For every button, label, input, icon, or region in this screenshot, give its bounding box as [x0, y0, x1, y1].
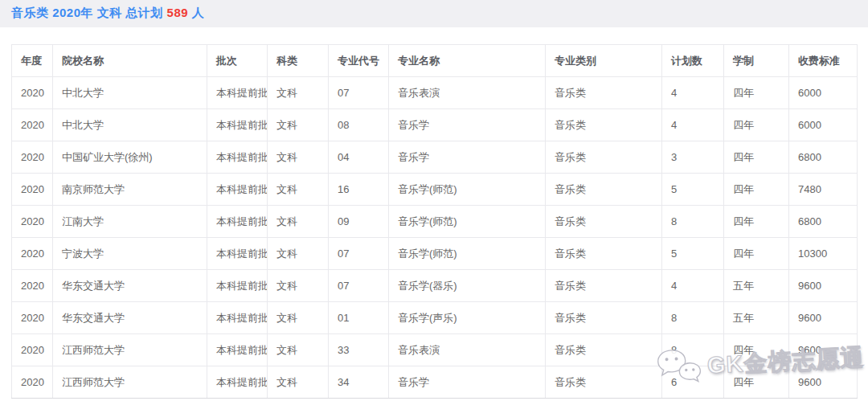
- table-row: 2020中北大学本科提前批文科07音乐表演音乐类4四年6000: [12, 77, 858, 109]
- table-cell: 四年: [724, 141, 789, 174]
- table-cell: 本科提前批: [207, 302, 268, 334]
- table-cell: 南京师范大学: [53, 174, 207, 206]
- table-row: 2020江西师范大学本科提前批文科34音乐学音乐类6四年9600: [12, 366, 858, 399]
- table-body: 2020中北大学本科提前批文科07音乐表演音乐类4四年60002020中北大学本…: [12, 77, 858, 399]
- column-header: 院校名称: [53, 45, 207, 77]
- table-cell: 本科提前批: [207, 141, 268, 174]
- table-cell: 江西师范大学: [53, 366, 207, 399]
- table-cell: 音乐学: [389, 141, 546, 174]
- table-cell: 04: [329, 141, 389, 174]
- title-prefix: 音乐类 2020年 文科 总计划: [11, 6, 167, 19]
- table-cell: 2020: [12, 302, 53, 334]
- table-cell: 四年: [724, 238, 789, 270]
- table-cell: 2020: [12, 206, 53, 238]
- table-cell: 文科: [268, 334, 329, 366]
- table-cell: 音乐类: [546, 141, 662, 174]
- column-header: 学制: [724, 45, 789, 77]
- column-header: 专业代号: [329, 45, 389, 77]
- table-cell: 音乐类: [546, 109, 662, 141]
- table-cell: 16: [329, 174, 389, 206]
- table-cell: 9600: [789, 302, 858, 334]
- table-cell: 9600: [789, 366, 858, 399]
- table-cell: 音乐学(声乐): [389, 302, 546, 334]
- table-cell: 3: [662, 141, 724, 174]
- table-cell: 本科提前批: [207, 238, 268, 270]
- table-cell: 四年: [724, 109, 789, 141]
- title-total-count: 589: [167, 6, 189, 19]
- column-header: 专业名称: [389, 45, 546, 77]
- table-row: 2020华东交通大学本科提前批文科07音乐学(器乐)音乐类4五年9600: [12, 270, 858, 302]
- table-cell: 6800: [789, 141, 858, 174]
- table-cell: 2020: [12, 270, 53, 302]
- table-cell: 文科: [268, 141, 329, 174]
- table-cell: 音乐学(师范): [389, 174, 546, 206]
- table-cell: 本科提前批: [207, 206, 268, 238]
- table-cell: 音乐表演: [389, 77, 546, 109]
- table-cell: 五年: [724, 302, 789, 334]
- table-row: 2020江南大学本科提前批文科09音乐学(师范)音乐类8四年6800: [12, 206, 858, 238]
- table-cell: 音乐学: [389, 109, 546, 141]
- title-band: 音乐类 2020年 文科 总计划 589 人: [0, 0, 868, 27]
- table-cell: 宁波大学: [53, 238, 207, 270]
- table-cell: 6: [662, 366, 724, 399]
- table-cell: 中北大学: [53, 109, 207, 141]
- title-suffix: 人: [188, 6, 204, 19]
- table-cell: 4: [662, 109, 724, 141]
- table-cell: 音乐类: [546, 238, 662, 270]
- table-cell: 9600: [789, 270, 858, 302]
- table-cell: 中国矿业大学(徐州): [53, 141, 207, 174]
- table-cell: 音乐类: [546, 366, 662, 399]
- table-cell: 华东交通大学: [53, 302, 207, 334]
- plan-table-container: 年度院校名称批次科类专业代号专业名称专业类别计划数学制收费标准 2020中北大学…: [11, 44, 858, 399]
- table-cell: 9600: [789, 334, 858, 366]
- table-cell: 2020: [12, 238, 53, 270]
- table-cell: 音乐学(师范): [389, 206, 546, 238]
- table-cell: 6000: [789, 109, 858, 141]
- table-row: 2020中北大学本科提前批文科08音乐学音乐类4四年6000: [12, 109, 858, 141]
- table-row: 2020中国矿业大学(徐州)本科提前批文科04音乐学音乐类3四年6800: [12, 141, 858, 174]
- table-cell: 本科提前批: [207, 174, 268, 206]
- table-cell: 08: [329, 109, 389, 141]
- table-cell: 6000: [789, 77, 858, 109]
- table-cell: 5: [662, 238, 724, 270]
- table-cell: 音乐类: [546, 334, 662, 366]
- table-cell: 文科: [268, 77, 329, 109]
- table-cell: 文科: [268, 302, 329, 334]
- table-cell: 四年: [724, 77, 789, 109]
- table-cell: 音乐类: [546, 174, 662, 206]
- table-cell: 四年: [724, 334, 789, 366]
- table-cell: 文科: [268, 270, 329, 302]
- table-row: 2020南京师范大学本科提前批文科16音乐学(师范)音乐类5四年7480: [12, 174, 858, 206]
- table-cell: 音乐类: [546, 270, 662, 302]
- table-cell: 2020: [12, 174, 53, 206]
- table-cell: 华东交通大学: [53, 270, 207, 302]
- table-cell: 四年: [724, 366, 789, 399]
- table-cell: 文科: [268, 174, 329, 206]
- table-cell: 江南大学: [53, 206, 207, 238]
- table-cell: 本科提前批: [207, 270, 268, 302]
- table-row: 2020江西师范大学本科提前批文科33音乐表演音乐类8四年9600: [12, 334, 858, 366]
- table-cell: 01: [329, 302, 389, 334]
- table-cell: 2020: [12, 334, 53, 366]
- column-header: 科类: [268, 45, 329, 77]
- table-cell: 音乐学(器乐): [389, 270, 546, 302]
- table-cell: 音乐学: [389, 366, 546, 399]
- table-cell: 本科提前批: [207, 366, 268, 399]
- table-cell: 33: [329, 334, 389, 366]
- table-cell: 2020: [12, 141, 53, 174]
- table-cell: 4: [662, 77, 724, 109]
- table-cell: 8: [662, 334, 724, 366]
- column-header: 专业类别: [546, 45, 662, 77]
- column-header: 计划数: [662, 45, 724, 77]
- table-cell: 2020: [12, 109, 53, 141]
- table-cell: 本科提前批: [207, 77, 268, 109]
- table-cell: 音乐学(师范): [389, 238, 546, 270]
- table-cell: 音乐类: [546, 206, 662, 238]
- table-cell: 四年: [724, 206, 789, 238]
- table-cell: 4: [662, 270, 724, 302]
- table-cell: 2020: [12, 77, 53, 109]
- table-cell: 音乐类: [546, 302, 662, 334]
- table-cell: 江西师范大学: [53, 334, 207, 366]
- table-cell: 07: [329, 270, 389, 302]
- table-cell: 07: [329, 77, 389, 109]
